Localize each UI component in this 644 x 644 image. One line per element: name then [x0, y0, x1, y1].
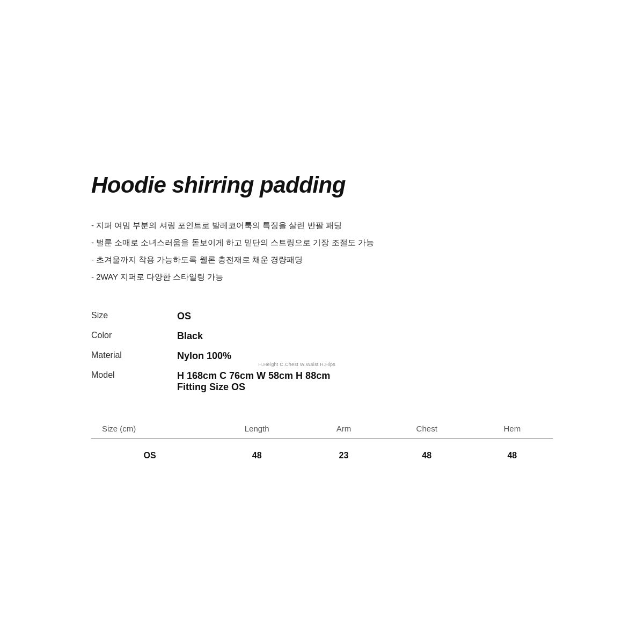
spec-label: Model — [91, 370, 177, 380]
page-wrapper: Hoodie shirring padding - 지퍼 여밈 부분의 셔링 포… — [91, 129, 553, 515]
size-table-cell: 48 — [472, 438, 553, 472]
size-table-header-cell: Chest — [382, 419, 472, 439]
specs-section: SizeOSColorBlackMaterialNylon 100%ModelH… — [91, 306, 553, 397]
spec-label: Size — [91, 311, 177, 320]
spec-value: Nylon 100% — [177, 350, 231, 362]
size-table-header-cell: Length — [208, 419, 305, 439]
size-table: Size (cm)LengthArmChestHem OS48234848 — [91, 419, 553, 472]
size-table-cell: 23 — [305, 438, 382, 472]
size-table-body: OS48234848 — [91, 438, 553, 472]
spec-value: OS — [177, 311, 191, 322]
product-description: - 지퍼 여밈 부분의 셔링 포인트로 발레코어룩의 특징을 살린 반팔 패딩-… — [91, 217, 553, 285]
size-table-header-row: Size (cm)LengthArmChestHem — [91, 419, 553, 439]
size-table-section: Size (cm)LengthArmChestHem OS48234848 — [91, 419, 553, 472]
description-line: - 2WAY 지퍼로 다양한 스타일링 가능 — [91, 269, 553, 285]
size-table-cell: OS — [91, 438, 208, 472]
description-line: - 벌룬 소매로 소녀스러움을 돋보이게 하고 밑단의 스트링으로 기장 조절도… — [91, 235, 553, 251]
spec-label: Color — [91, 331, 177, 340]
spec-value: Black — [177, 331, 203, 342]
spec-value: H.Height C.Chest W.Waist H.HipsH 168cm C… — [177, 370, 330, 393]
size-table-cell: 48 — [382, 438, 472, 472]
size-table-row: OS48234848 — [91, 438, 553, 472]
size-table-header-cell: Size (cm) — [91, 419, 208, 439]
spec-label: Material — [91, 350, 177, 360]
size-table-header-cell: Arm — [305, 419, 382, 439]
size-table-head: Size (cm)LengthArmChestHem — [91, 419, 553, 439]
description-line: - 지퍼 여밈 부분의 셔링 포인트로 발레코어룩의 특징을 살린 반팔 패딩 — [91, 217, 553, 233]
description-line: - 초겨울까지 착용 가능하도록 웰론 충전재로 채운 경량패딩 — [91, 252, 553, 268]
model-hint: H.Height C.Chest W.Waist H.Hips — [258, 362, 335, 367]
spec-row: ColorBlack — [91, 326, 553, 346]
size-table-cell: 48 — [208, 438, 305, 472]
spec-row: SizeOS — [91, 306, 553, 326]
size-table-header-cell: Hem — [472, 419, 553, 439]
product-title: Hoodie shirring padding — [91, 172, 553, 198]
spec-row: ModelH.Height C.Chest W.Waist H.HipsH 16… — [91, 366, 553, 397]
